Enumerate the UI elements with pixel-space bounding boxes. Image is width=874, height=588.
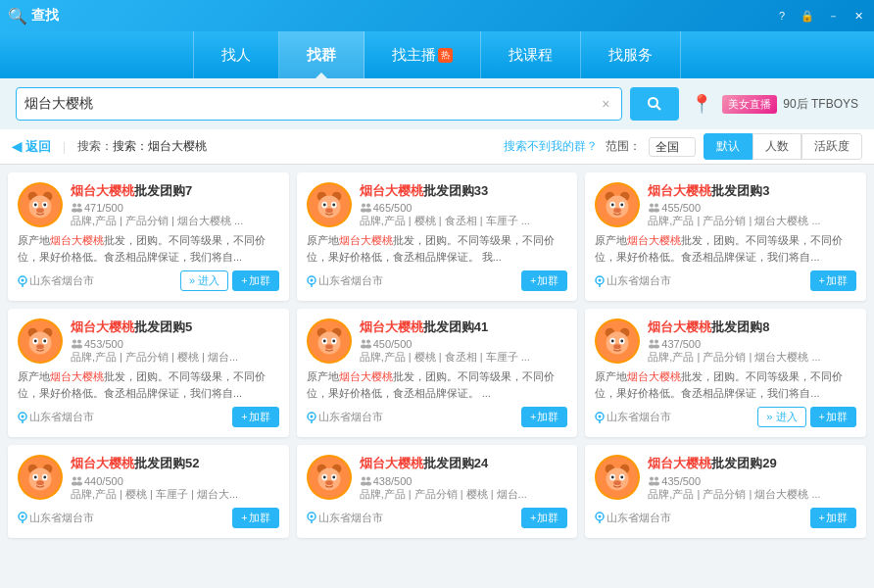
svg-point-77 bbox=[366, 340, 370, 344]
group-location: 山东省烟台市 bbox=[18, 511, 94, 525]
sort-tab-default[interactable]: 默认 bbox=[704, 133, 753, 160]
join-button[interactable]: 加群 bbox=[521, 270, 567, 291]
group-card: 烟台大樱桃批发团购7 471/500 品牌,产品 | 产品分销 | 烟台大樱桃 … bbox=[8, 172, 289, 301]
group-title[interactable]: 烟台大樱桃批发团购41 bbox=[360, 318, 568, 336]
group-title[interactable]: 烟台大樱桃批发团购7 bbox=[71, 182, 279, 200]
svg-point-137 bbox=[621, 476, 624, 479]
group-desc: 原产地烟台大樱桃批发，团购。不同等级果，不同价位，果好价格低。食丞相品牌保证，我… bbox=[595, 368, 856, 401]
group-title[interactable]: 烟台大樱桃批发团购8 bbox=[648, 318, 856, 336]
range-select[interactable]: 全国 本地 bbox=[649, 137, 696, 157]
card-actions: 加群 bbox=[521, 508, 567, 528]
enter-button[interactable]: » 进入 bbox=[180, 270, 228, 291]
join-button[interactable]: 加群 bbox=[810, 407, 856, 427]
card-footer: 山东省烟台市 加群 bbox=[595, 508, 856, 528]
svg-point-125 bbox=[366, 476, 370, 480]
card-footer: 山东省烟台市 » 进入加群 bbox=[18, 270, 279, 291]
location-icon bbox=[307, 275, 316, 287]
join-button[interactable]: 加群 bbox=[232, 270, 278, 291]
group-tags: 品牌,产品 | 樱桃 | 食丞相 | 车厘子 ... bbox=[360, 214, 568, 228]
svg-point-72 bbox=[322, 340, 325, 343]
join-button[interactable]: 加群 bbox=[521, 407, 567, 427]
svg-point-16 bbox=[22, 278, 24, 281]
member-count: 450/500 bbox=[360, 338, 568, 350]
search-input-wrap: × bbox=[16, 87, 622, 121]
card-info: 烟台大樱桃批发团购41 450/500 品牌,产品 | 樱桃 | 食丞相 | 车… bbox=[360, 318, 568, 365]
sort-tab-activity[interactable]: 活跃度 bbox=[801, 133, 862, 160]
help-button[interactable]: ? bbox=[770, 6, 794, 25]
svg-point-109 bbox=[77, 476, 81, 480]
join-button[interactable]: 加群 bbox=[810, 270, 856, 291]
svg-point-25 bbox=[332, 204, 335, 207]
group-tags: 品牌,产品 | 产品分销 | 烟台大樱桃 ... bbox=[648, 487, 856, 502]
group-title[interactable]: 烟台大樱桃批发团购29 bbox=[648, 455, 856, 472]
search-button[interactable] bbox=[630, 87, 679, 121]
group-title[interactable]: 烟台大樱桃批发团购5 bbox=[71, 318, 279, 336]
window-controls: ? 🔒 － ✕ bbox=[770, 0, 870, 31]
svg-point-48 bbox=[599, 278, 602, 281]
group-title[interactable]: 烟台大樱桃批发团购52 bbox=[71, 455, 279, 472]
group-card: 烟台大樱桃批发团购33 465/500 品牌,产品 | 樱桃 | 食丞相 | 车… bbox=[297, 172, 578, 301]
enter-button[interactable]: » 进入 bbox=[757, 407, 805, 427]
svg-point-78 bbox=[365, 345, 371, 349]
card-header: 烟台大樱桃批发团购33 465/500 品牌,产品 | 樱桃 | 食丞相 | 车… bbox=[307, 182, 568, 228]
svg-point-56 bbox=[34, 340, 37, 343]
back-button[interactable]: ◀ 返回 bbox=[12, 138, 51, 156]
clear-button[interactable]: × bbox=[602, 96, 609, 112]
card-footer: 山东省烟台市 加群 bbox=[595, 270, 856, 291]
group-title[interactable]: 烟台大樱桃批发团购33 bbox=[360, 182, 568, 200]
not-found-link[interactable]: 搜索不到我的群？ bbox=[504, 138, 598, 155]
join-button[interactable]: 加群 bbox=[232, 508, 278, 528]
member-count: 435/500 bbox=[648, 475, 856, 487]
nav-find-service[interactable]: 找服务 bbox=[581, 31, 681, 78]
svg-point-24 bbox=[322, 204, 325, 207]
card-info: 烟台大樱桃批发团购5 453/500 品牌,产品 | 产品分销 | 樱桃 | 烟… bbox=[71, 318, 279, 365]
svg-point-138 bbox=[614, 481, 622, 486]
card-actions: 加群 bbox=[232, 407, 278, 427]
member-count: 440/500 bbox=[71, 475, 279, 487]
svg-point-121 bbox=[332, 476, 335, 479]
nav-find-people[interactable]: 找人 bbox=[193, 31, 279, 78]
user-extra: 90后 TFBOYS bbox=[783, 96, 858, 113]
content-area: 烟台大樱桃批发团购7 471/500 品牌,产品 | 产品分销 | 烟台大樱桃 … bbox=[0, 165, 874, 588]
sort-tab-members[interactable]: 人数 bbox=[753, 133, 801, 160]
nav-find-course[interactable]: 找课程 bbox=[481, 31, 581, 78]
card-header: 烟台大樱桃批发团购5 453/500 品牌,产品 | 产品分销 | 樱桃 | 烟… bbox=[18, 318, 279, 365]
card-info: 烟台大樱桃批发团购8 437/500 品牌,产品 | 产品分销 | 烟台大樱桃 … bbox=[648, 318, 856, 365]
card-header: 烟台大樱桃批发团购24 438/500 品牌,产品 | 产品分销 | 樱桃 | … bbox=[307, 455, 568, 501]
card-info: 烟台大樱桃批发团购24 438/500 品牌,产品 | 产品分销 | 樱桃 | … bbox=[360, 455, 568, 501]
card-footer: 山东省烟台市 加群 bbox=[18, 407, 279, 427]
join-button[interactable]: 加群 bbox=[810, 508, 856, 528]
avatar bbox=[595, 455, 640, 500]
group-title[interactable]: 烟台大樱桃批发团购3 bbox=[648, 182, 856, 200]
svg-point-89 bbox=[621, 340, 624, 343]
svg-point-96 bbox=[599, 415, 602, 417]
title-bar: 🔍 查找 ? 🔒 － ✕ bbox=[0, 0, 874, 31]
group-title[interactable]: 烟台大樱桃批发团购24 bbox=[360, 455, 568, 472]
avatar bbox=[595, 182, 640, 227]
nav-find-group[interactable]: 找群 bbox=[279, 31, 364, 78]
card-header: 烟台大樱桃批发团购3 455/500 品牌,产品 | 产品分销 | 烟台大樱桃 … bbox=[595, 182, 856, 228]
close-button[interactable]: ✕ bbox=[847, 6, 870, 25]
card-footer: 山东省烟台市 加群 bbox=[307, 508, 568, 528]
join-button[interactable]: 加群 bbox=[232, 407, 278, 427]
sort-tabs: 默认 人数 活跃度 bbox=[704, 133, 862, 160]
svg-point-122 bbox=[325, 481, 333, 486]
join-button[interactable]: 加群 bbox=[521, 508, 567, 528]
minimize-button[interactable]: － bbox=[821, 6, 845, 25]
card-header: 烟台大樱桃批发团购41 450/500 品牌,产品 | 樱桃 | 食丞相 | 车… bbox=[307, 318, 568, 365]
user-tag[interactable]: 美女直播 bbox=[722, 95, 777, 114]
svg-point-13 bbox=[77, 204, 81, 208]
members-icon bbox=[71, 475, 82, 487]
search-input[interactable] bbox=[24, 96, 602, 112]
lock-button[interactable]: 🔒 bbox=[796, 6, 819, 25]
svg-point-43 bbox=[650, 204, 654, 208]
group-location: 山东省烟台市 bbox=[307, 511, 383, 525]
svg-point-30 bbox=[365, 209, 371, 213]
members-icon bbox=[648, 338, 659, 350]
group-tags: 品牌,产品 | 产品分销 | 樱桃 | 烟台... bbox=[71, 350, 279, 365]
svg-point-94 bbox=[654, 345, 659, 349]
nav-find-host[interactable]: 找主播 热 bbox=[364, 31, 481, 78]
card-header: 烟台大樱桃批发团购8 437/500 品牌,产品 | 产品分销 | 烟台大樱桃 … bbox=[595, 318, 856, 365]
app-icon: 🔍 bbox=[8, 7, 27, 25]
location-icon bbox=[18, 412, 27, 423]
